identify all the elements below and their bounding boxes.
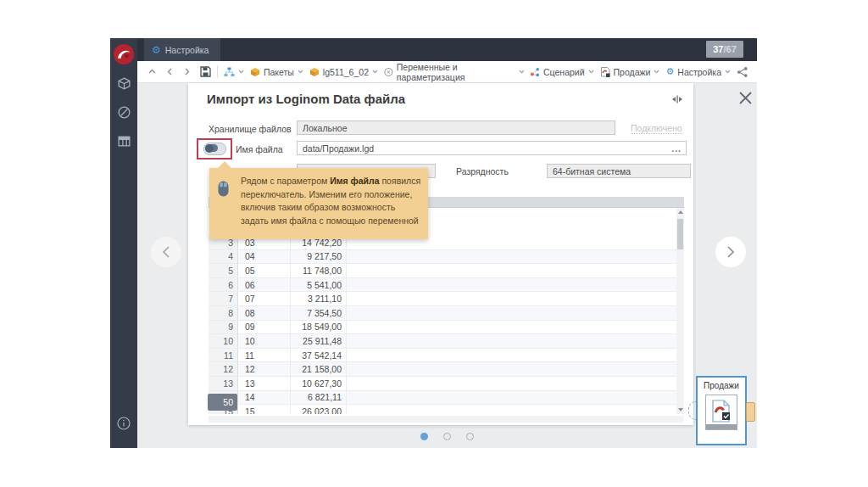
dot[interactable] [443, 433, 451, 440]
table-row[interactable]: 6 06 5 541,00 [209, 278, 676, 293]
scrollbar-thumb[interactable] [677, 219, 683, 249]
chevron-right-icon [726, 245, 735, 259]
save-button[interactable] [199, 64, 211, 80]
breadcrumb-packages[interactable]: Пакеты [250, 67, 303, 77]
carousel-next-button[interactable] [715, 237, 746, 267]
close-button[interactable] [736, 88, 754, 107]
back-button[interactable] [164, 64, 175, 80]
code-cell: 12 [238, 362, 291, 376]
sidebar-item-monitor[interactable] [110, 98, 137, 126]
share-button[interactable] [737, 64, 748, 80]
code-cell: 07 [238, 292, 291, 305]
save-icon [200, 66, 211, 77]
row-filler [347, 321, 676, 334]
breadcrumb-label: Настройка [677, 67, 721, 77]
breadcrumb-settings[interactable]: ⚙ Настройка [665, 67, 731, 77]
code-cell: 05 [238, 264, 291, 277]
row-filler [347, 377, 676, 390]
value-cell: 5 541,00 [291, 278, 347, 292]
dot-active[interactable] [420, 433, 428, 440]
breadcrumb-sales[interactable]: Продажи [600, 67, 660, 77]
table-row[interactable]: 15 15 26 023,00 [209, 405, 676, 414]
value-cell: 9 217,50 [291, 250, 347, 264]
scroll-up-button[interactable] [676, 208, 684, 216]
sidebar-item-tables[interactable] [110, 126, 137, 155]
sidebar [110, 38, 137, 448]
share-nodes-icon [737, 66, 748, 78]
table-row[interactable]: 4 04 9 217,50 [209, 250, 676, 265]
breadcrumb-package-lg511[interactable]: lg511_6_02 [309, 67, 378, 77]
row-filler [347, 292, 676, 305]
sales-node-card[interactable]: Продажи [696, 376, 747, 445]
row-filler [347, 250, 676, 264]
breadcrumb-variables[interactable]: Переменные и параметризация [384, 62, 524, 82]
value-cell: 10 627,30 [291, 377, 347, 390]
workspace: Импорт из Loginom Data файла Хранилище ф… [137, 83, 757, 448]
table-row[interactable]: 8 08 7 354,50 [209, 306, 676, 321]
sidebar-item-packages[interactable] [110, 69, 137, 98]
tab-settings[interactable]: ⚙ Настройка [144, 38, 220, 61]
sidebar-item-info[interactable] [110, 409, 137, 438]
slide-counter: 37/67 [706, 41, 743, 58]
row-number-cell: 8 [209, 306, 238, 320]
collapse-panel-icon[interactable] [671, 92, 683, 107]
carousel-prev-button[interactable] [151, 237, 181, 267]
tooltip-text-pre: Рядом с параметром [241, 176, 330, 186]
vertical-scrollbar[interactable] [676, 208, 684, 414]
package-icon [117, 76, 131, 91]
node-title: Продажи [698, 381, 745, 390]
filename-input[interactable]: data/Продажи.lgd ... [297, 141, 687, 155]
browse-button[interactable]: ... [671, 142, 682, 154]
table-row[interactable]: 5 05 11 748,00 [209, 264, 676, 278]
dot[interactable] [466, 433, 474, 440]
scenario-tree-button[interactable] [224, 67, 244, 77]
chevron-down-icon [372, 70, 378, 74]
table-row[interactable]: 14 14 6 821,11 [209, 391, 676, 406]
package-icon [250, 67, 260, 77]
table-row[interactable]: 10 10 25 911,48 [209, 334, 676, 349]
row-number-cell: 6 [209, 278, 238, 292]
code-cell: 09 [238, 321, 291, 334]
app-window: ⚙ Настройка 37/67 [110, 38, 757, 448]
import-node-icon [600, 67, 610, 77]
package-icon [309, 67, 320, 77]
triangle-up-icon [678, 210, 683, 214]
forward-button[interactable] [181, 64, 193, 80]
gear-icon: ⚙ [665, 67, 674, 76]
close-icon [738, 91, 753, 105]
node-output-port[interactable] [746, 402, 755, 422]
scenario-icon [530, 67, 540, 77]
code-cell: 04 [238, 250, 291, 264]
row-filler [347, 278, 676, 292]
table-row[interactable]: 9 09 18 549,00 [209, 321, 676, 335]
scroll-down-button[interactable] [676, 406, 684, 414]
row-number-cell: 11 [209, 349, 238, 362]
horizontal-scrollbar[interactable] [209, 416, 684, 423]
row-number-cell: 12 [209, 362, 238, 376]
node-input-port[interactable] [688, 401, 696, 420]
row-number-cell: 10 [209, 334, 238, 348]
table-row[interactable]: 12 12 21 158,00 [209, 362, 676, 377]
connected-link[interactable]: Подключено [631, 123, 682, 134]
table-row[interactable]: 13 13 10 627,30 [209, 377, 676, 391]
collapse-toolbar-button[interactable] [146, 64, 158, 80]
breadcrumb-scenario[interactable]: Сценарий [530, 67, 594, 77]
storage-input[interactable]: Локальное [297, 120, 615, 135]
code-cell: 08 [238, 306, 291, 320]
table-row[interactable]: 7 07 3 211,10 [209, 292, 676, 306]
row-number-cell: 7 [209, 292, 238, 305]
table-row[interactable]: 11 11 37 542,14 [209, 349, 676, 363]
bitness-input[interactable]: 64-битная система [547, 164, 691, 178]
row-filler [347, 306, 676, 320]
code-cell: 13 [238, 377, 291, 390]
row-number-cell: 13 [209, 377, 238, 390]
row-filler [347, 362, 676, 376]
slide-counter-total: /67 [723, 44, 736, 54]
value-cell: 37 542,14 [291, 349, 347, 362]
filename-variable-toggle[interactable] [203, 143, 226, 155]
chevron-down-icon [519, 70, 524, 74]
loginom-logo[interactable] [110, 40, 137, 69]
value-cell: 25 911,48 [291, 334, 347, 348]
row-filler [347, 405, 676, 414]
toggle-knob [205, 144, 214, 153]
